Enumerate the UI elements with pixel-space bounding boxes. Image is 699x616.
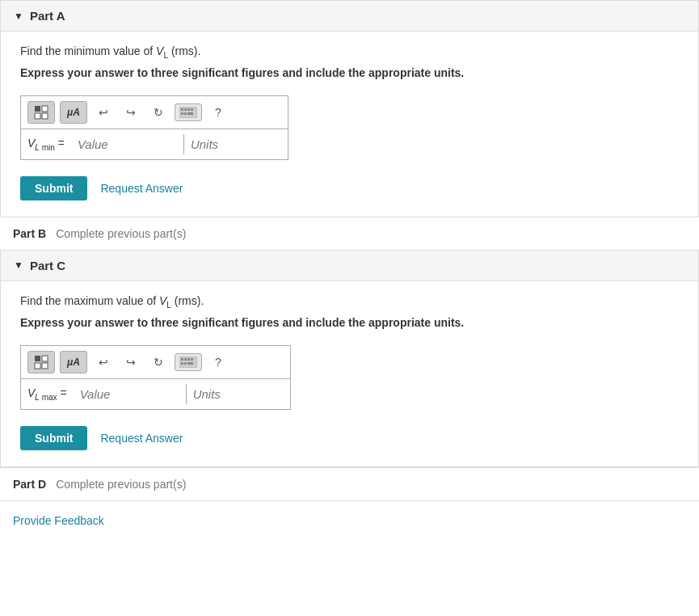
svg-rect-20 [191,358,193,361]
refresh-icon-a[interactable]: ↻ [147,101,170,124]
svg-rect-7 [187,108,190,111]
part-c-description: Find the maximum value of VL (rms). [20,294,679,310]
undo-icon-a[interactable]: ↩ [92,101,115,124]
part-a-action-row: Submit Request Answer [20,176,679,200]
part-c-toolbar: μA ↩ ↪ ↻ ? [21,346,290,379]
part-c-request-link[interactable]: Request Answer [100,432,183,445]
svg-rect-19 [187,358,190,361]
part-a-instruction: Express your answer to three significant… [20,66,679,79]
undo-icon-c[interactable]: ↩ [92,351,115,373]
svg-rect-9 [181,112,183,115]
redo-icon-c[interactable]: ↪ [120,351,142,373]
part-a-toolbar: μA ↩ ↪ ↻ ? [21,96,288,129]
part-c-answer-box: μA ↩ ↪ ↻ ? [20,345,291,410]
keyboard-icon-c [179,357,197,368]
part-c-value-input[interactable] [74,384,187,404]
redo-icon-a[interactable]: ↪ [120,101,142,124]
part-c-input-row: VL max = [21,379,290,409]
part-c-instruction: Express your answer to three significant… [20,316,679,329]
grid-icon-c [34,355,48,369]
keyboard-button-a[interactable] [175,103,202,121]
svg-rect-5 [181,108,183,111]
svg-rect-0 [35,106,40,112]
part-a-input-row: VL min = [21,129,288,159]
part-c-units-input[interactable] [187,384,284,404]
svg-rect-23 [187,362,193,365]
part-a-title: Part A [30,9,65,23]
part-a-description: Find the minimum value of VL (rms). [20,44,679,60]
part-b-label: Part B [13,227,46,240]
part-a-input-label: VL min = [27,137,65,152]
help-icon-c[interactable]: ? [207,351,229,373]
svg-rect-18 [184,358,187,361]
feedback-section: Provide Feedback [0,501,699,540]
part-c-header: ▼ Part C [1,251,698,281]
refresh-icon-c[interactable]: ↻ [147,351,170,373]
part-c-input-label: VL max = [27,386,67,402]
part-a-header: ▼ Part A [1,1,698,32]
svg-rect-6 [184,108,187,111]
part-b-section: Part B Complete previous part(s) [0,217,699,251]
part-c-body: Find the maximum value of VL (rms). Expr… [1,281,698,466]
part-d-label: Part D [13,478,46,491]
part-c-title: Part C [30,259,65,272]
grid-button-c[interactable] [27,351,55,373]
svg-rect-13 [42,356,48,361]
part-c-submit-button[interactable]: Submit [20,426,87,450]
part-d-status: Complete previous part(s) [56,478,186,491]
svg-rect-1 [42,106,48,112]
svg-rect-10 [184,112,187,115]
part-d-section: Part D Complete previous part(s) [0,467,699,501]
part-a-value-input[interactable] [71,134,184,154]
keyboard-button-c[interactable] [175,353,202,371]
part-c-section: ▼ Part C Find the maximum value of VL (r… [0,251,699,467]
svg-rect-2 [35,113,40,119]
part-c-chevron[interactable]: ▼ [14,259,23,271]
mu-button-a[interactable]: μA [60,101,87,124]
svg-rect-12 [35,356,40,361]
svg-rect-11 [187,112,193,115]
svg-rect-21 [181,362,183,365]
part-a-section: ▼ Part A Find the minimum value of VL (r… [0,0,699,217]
help-icon-a[interactable]: ? [207,101,229,124]
part-a-submit-button[interactable]: Submit [20,176,87,200]
svg-rect-8 [191,108,193,111]
part-a-request-link[interactable]: Request Answer [100,182,183,195]
part-b-status: Complete previous part(s) [56,227,186,240]
grid-icon-a [34,105,48,120]
keyboard-icon-a [179,107,197,118]
grid-button-a[interactable] [27,101,55,124]
part-a-body: Find the minimum value of VL (rms). Expr… [1,32,698,217]
part-a-answer-box: μA ↩ ↪ ↻ ? [20,95,288,160]
svg-rect-22 [184,362,187,365]
svg-rect-17 [181,358,183,361]
provide-feedback-link[interactable]: Provide Feedback [13,514,104,527]
svg-rect-14 [35,363,40,369]
part-a-chevron[interactable]: ▼ [14,11,23,22]
part-a-units-input[interactable] [184,134,281,154]
svg-rect-15 [42,363,48,369]
mu-button-c[interactable]: μA [60,351,87,373]
part-c-action-row: Submit Request Answer [20,426,679,450]
svg-rect-3 [42,113,48,119]
